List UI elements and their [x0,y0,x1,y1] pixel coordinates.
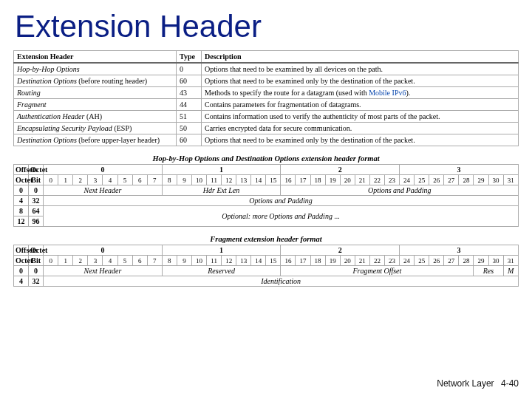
th-bit-number: 15 [266,256,281,266]
field-cell: Res [474,266,503,276]
cell-ext-header: Authentication Header (AH) [14,111,177,123]
th-bit-number: 14 [251,256,266,266]
th-bit-number: 19 [325,256,340,266]
table-row: 00Next HeaderHdr Ext LenOptions and Padd… [14,185,519,196]
th-octet-group: 0 [44,245,163,256]
th-bit-number: 2 [73,175,88,185]
cell-offset: 0 [14,185,29,196]
cell-description: Contains information used to verify the … [202,111,519,123]
field-cell: Hdr Ext Len [162,185,281,196]
th-bit-number: 17 [296,256,310,266]
th-bit-number: 18 [310,256,325,266]
th-bit-number: 23 [384,256,399,266]
th-octet: Octet [29,165,44,175]
slide-footer: Network Layer 4-40 [437,378,519,389]
th-bit-number: 21 [355,256,369,266]
footer-label: Network Layer [437,378,494,389]
cell-description: Methods to specify the route for a datag… [202,87,519,99]
cell-offset: 12 [14,216,29,227]
page-title: Extension Header [15,10,519,43]
table-row: Destination Options (before upper-layer … [14,134,519,146]
field-cell: Options and Padding [281,185,519,196]
cell-description: Options that need to be examined only by… [202,134,519,146]
cell-offset: 4 [14,196,29,206]
cell-ext-header: Destination Options (before upper-layer … [14,134,177,146]
field-cell: Optional: more Options and Padding ... [44,206,519,227]
th-bit-number: 29 [474,175,488,185]
th-description: Description [202,51,519,64]
th-octet-group: 1 [162,245,281,256]
cell-octet: 32 [29,276,44,287]
th-bit-number: 29 [474,256,488,266]
table-row: 864Optional: more Options and Padding ..… [14,206,519,216]
th-bit-number: 15 [266,175,281,185]
cell-description: Contains parameters for fragmentation of… [202,99,519,111]
th-bit-number: 6 [132,175,147,185]
th-octet-group: 2 [281,165,400,175]
th-bit-number: 28 [459,175,474,185]
th-bit-number: 18 [310,175,325,185]
field-cell: Fragment Offset [281,266,474,276]
th-bit-number: 16 [281,256,296,266]
th-bit-number: 20 [340,175,355,185]
table-row: Destination Options (before routing head… [14,75,519,87]
th-octet-group: 1 [162,165,281,175]
th-bit-number: 6 [132,256,147,266]
th-bit-number: 22 [369,175,384,185]
cell-offset: 0 [14,266,29,276]
cell-type: 43 [177,87,202,99]
cell-octet: 96 [29,216,44,227]
th-bit-number: 5 [117,175,132,185]
field-cell: Options and Padding [44,196,519,206]
cell-octet: 0 [29,266,44,276]
th-bit-number: 24 [400,175,415,185]
cell-type: 0 [177,63,202,75]
ext-header-table: Extension Header Type Description Hop-by… [13,50,519,146]
cell-octet: 64 [29,206,44,216]
th-octet-group: 0 [44,165,163,175]
cell-type: 50 [177,123,202,134]
th-bit-number: 27 [444,175,459,185]
th-bit-number: 21 [355,175,369,185]
cell-ext-header: Fragment [14,99,177,111]
th-bit-number: 20 [340,256,355,266]
th-octet-group: 3 [400,245,519,256]
th-bit-number: 25 [415,175,429,185]
th-bit-number: 1 [58,175,73,185]
ext-header-rows: Hop-by-Hop Options0Options that need to … [14,63,519,146]
th-bit-number: 12 [222,175,236,185]
th-ext-header: Extension Header [14,51,177,64]
table-row: Routing43Methods to specify the route fo… [14,87,519,99]
table-caption: Fragment extension header format [14,234,519,245]
cell-description: Options that need to be examined only by… [202,75,519,87]
table-row: Authentication Header (AH)51Contains inf… [14,111,519,123]
th-bit-number: 7 [147,175,162,185]
th-bit-number: 2 [73,256,88,266]
th-octet-group: 2 [281,245,400,256]
th-bit-number: 24 [400,256,415,266]
th-bit-number: 27 [444,256,459,266]
cell-ext-header: Routing [14,87,177,99]
th-bit-number: 25 [415,256,429,266]
th-bit-number: 11 [207,175,222,185]
cell-octet: 0 [29,185,44,196]
th-bit-number: 22 [369,256,384,266]
cell-ext-header: Hop-by-Hop Options [14,63,177,75]
table-row: 432Options and Padding [14,196,519,206]
th-bit-number: 13 [236,256,251,266]
th-bit-number: 13 [236,175,251,185]
cell-type: 60 [177,134,202,146]
field-cell: Identification [44,276,519,287]
cell-offset: 4 [14,276,29,287]
cell-type: 51 [177,111,202,123]
th-octet-row: Octet [14,175,29,185]
cell-description: Options that need to be examined by all … [202,63,519,75]
th-bit-number: 10 [191,256,206,266]
th-bit-number: 14 [251,175,266,185]
footer-page: 4-40 [501,378,519,389]
th-bit-number: 4 [103,256,117,266]
fragment-table: Fragment extension header formatOffsetsO… [13,234,519,287]
th-bit-number: 30 [488,256,503,266]
field-cell: Reserved [162,266,281,276]
slide: Extension Header Extension Header Type D… [0,0,532,399]
